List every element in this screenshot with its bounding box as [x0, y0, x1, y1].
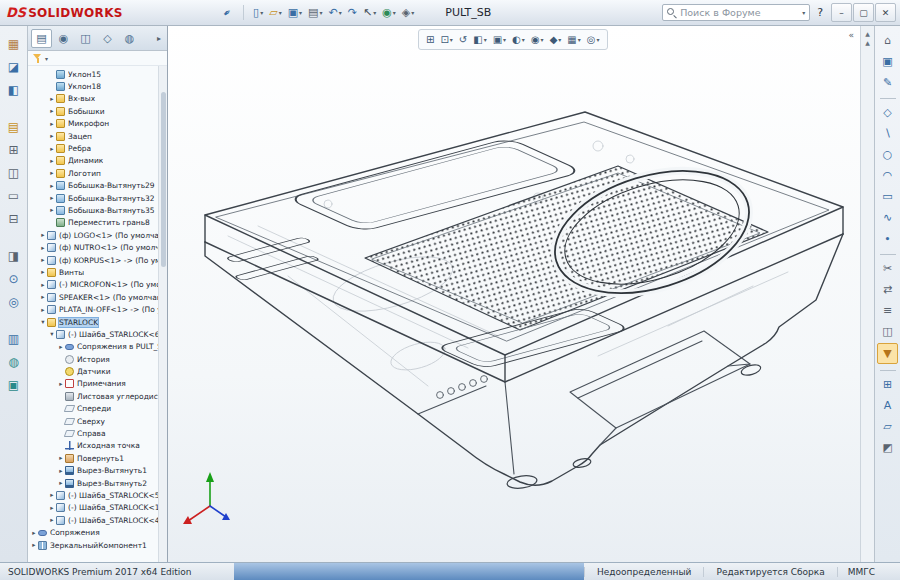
- view-settings-button[interactable]: ◎ ▾: [585, 34, 602, 46]
- chevron-down-icon[interactable]: ▾: [45, 55, 48, 62]
- tree-item[interactable]: Спереди: [28, 403, 167, 415]
- expand-arrow-icon[interactable]: ▸: [48, 491, 56, 499]
- minimize-button[interactable]: –: [831, 3, 852, 22]
- tree-item[interactable]: ▸ Бобышка-Вытянуть29: [28, 180, 167, 192]
- reference-geometry-button[interactable]: ⊟: [4, 209, 24, 229]
- chevron-down-icon[interactable]: ▾: [558, 36, 561, 43]
- exploded-view-button[interactable]: ⊙: [4, 269, 24, 289]
- collapse-pane-icon[interactable]: «: [844, 29, 858, 41]
- tree-scrollbar-thumb[interactable]: [161, 92, 166, 267]
- expand-arrow-icon[interactable]: ▸: [48, 182, 56, 190]
- component-pattern-button[interactable]: ▤: [4, 117, 24, 137]
- plane-button[interactable]: ▱: [878, 417, 897, 436]
- tree-item[interactable]: Справа: [28, 427, 167, 439]
- tree-scrollbar[interactable]: [158, 66, 167, 562]
- section-properties-button[interactable]: ▣: [4, 375, 24, 395]
- undo-button[interactable]: ↶ ▾: [326, 5, 345, 20]
- expand-arrow-icon[interactable]: ▸: [48, 206, 56, 214]
- filter-funnel-icon[interactable]: [33, 54, 42, 63]
- expand-arrow-icon[interactable]: ▸: [48, 157, 56, 165]
- tree-item[interactable]: ▸ (-) Шайба_STARLOCK<5> (По: [28, 489, 167, 501]
- menu-item[interactable]: [157, 10, 169, 16]
- expand-arrow-icon[interactable]: ▸: [39, 293, 47, 301]
- selection-filter-button[interactable]: ▼: [877, 343, 898, 364]
- expand-arrow-icon[interactable]: ▾: [48, 330, 56, 338]
- display-style-button[interactable]: ◐ ▾: [510, 34, 527, 46]
- save-button[interactable]: ▣ ▾: [285, 5, 305, 20]
- offset-entities-button[interactable]: ≡: [878, 301, 897, 320]
- assembly-features-button[interactable]: ▭: [4, 186, 24, 206]
- chevron-down-icon[interactable]: ▾: [279, 9, 282, 16]
- expand-arrow-icon[interactable]: ▸: [48, 504, 56, 512]
- new-document-button[interactable]: ▯ ▾: [250, 5, 266, 20]
- expand-arrow-icon[interactable]: ▸: [48, 516, 56, 524]
- display-delete-button[interactable]: ◩: [878, 438, 897, 457]
- menu-item[interactable]: [133, 10, 145, 16]
- bom-button[interactable]: ◨: [4, 246, 24, 266]
- edit-appearance-button[interactable]: ◆ ▾: [548, 34, 564, 46]
- tree-item[interactable]: ▸ Бобышка-Вытянуть32: [28, 192, 167, 204]
- tree-item[interactable]: ▸ Бобышки: [28, 105, 167, 117]
- expand-arrow-icon[interactable]: ▸: [48, 107, 56, 115]
- expand-arrow-icon[interactable]: ▸: [48, 194, 56, 202]
- expand-arrow-icon[interactable]: ▸: [39, 268, 47, 276]
- tree-item[interactable]: ▸ Винты: [28, 266, 167, 278]
- line-button[interactable]: ∖: [878, 124, 897, 143]
- expand-arrow-icon[interactable]: ▸: [30, 541, 38, 549]
- spline-button[interactable]: ∿: [878, 208, 897, 227]
- linear-pattern-button[interactable]: ⊞: [878, 375, 897, 394]
- chevron-down-icon[interactable]: ▾: [450, 36, 453, 43]
- home-view-button[interactable]: ⌂: [878, 31, 897, 50]
- view-cube-button[interactable]: ▣: [878, 52, 897, 71]
- show-hidden-button[interactable]: ◫: [4, 163, 24, 183]
- tree-item[interactable]: ▸ SPEAKER<1> (По умолчанию)<<: [28, 291, 167, 303]
- tree-item[interactable]: ▸ (ф) NUTRO<1> (По умолчанию<: [28, 241, 167, 253]
- tree-item[interactable]: Датчики: [28, 365, 167, 377]
- tab-featuremanager[interactable]: ▤: [31, 29, 52, 48]
- chevron-down-icon[interactable]: ▾: [541, 36, 544, 43]
- tab-configurationmanager[interactable]: ◫: [75, 29, 96, 48]
- open-document-button[interactable]: ▱ ▾: [266, 5, 284, 20]
- point-button[interactable]: ∙: [878, 229, 897, 248]
- sketch-button[interactable]: ✎: [878, 73, 897, 92]
- rectangle-button[interactable]: ▭: [878, 187, 897, 206]
- trim-entities-button[interactable]: ✂: [878, 259, 897, 278]
- chevron-down-icon[interactable]: ▾: [597, 36, 600, 43]
- units-label[interactable]: ММГС: [837, 567, 885, 577]
- chevron-down-icon[interactable]: ▾: [299, 9, 302, 16]
- tree-item[interactable]: ▸ Логотип: [28, 167, 167, 179]
- options-button[interactable]: ◈ ▾: [399, 5, 417, 20]
- tab-dimxpertmanager[interactable]: ◇: [97, 29, 118, 48]
- smart-dimension-button[interactable]: ◇: [878, 103, 897, 122]
- zoom-fit-button[interactable]: ⊞: [424, 34, 436, 46]
- maximize-button[interactable]: ▢: [853, 3, 874, 22]
- tree-item[interactable]: ▸ (-) MICROFON<1> (По умолчани: [28, 279, 167, 291]
- expand-arrow-icon[interactable]: ▸: [48, 120, 56, 128]
- tree-item[interactable]: Уклон15: [28, 68, 167, 80]
- assembly-tool-button[interactable]: ▦: [4, 34, 24, 54]
- expand-arrow-icon[interactable]: ▸: [39, 244, 47, 252]
- chevron-down-icon[interactable]: ▾: [484, 36, 487, 43]
- chevron-down-icon[interactable]: ▾: [339, 9, 342, 16]
- chevron-down-icon[interactable]: ▾: [411, 9, 414, 16]
- chevron-down-icon[interactable]: ▾: [522, 36, 525, 43]
- zoom-area-button[interactable]: ⊡ ▾: [438, 34, 454, 46]
- expand-arrow-icon[interactable]: ▸: [48, 132, 56, 140]
- section-view-button[interactable]: ◧ ▾: [471, 34, 488, 46]
- view-orientation-button[interactable]: ▣ ▾: [491, 34, 508, 46]
- expand-arrow-icon[interactable]: ▸: [39, 231, 47, 239]
- print-button[interactable]: ▤ ▾: [305, 5, 325, 20]
- tree-item[interactable]: ▸ Динамик: [28, 155, 167, 167]
- expand-arrow-icon[interactable]: ▸: [39, 306, 47, 314]
- convert-entities-button[interactable]: ⇄: [878, 280, 897, 299]
- tree-item[interactable]: Листовая углеродистая с: [28, 390, 167, 402]
- tree-item[interactable]: Переместить грань8: [28, 217, 167, 229]
- hide-show-items-button[interactable]: ◉ ▾: [529, 34, 546, 46]
- move-component-button[interactable]: ⊞: [4, 140, 24, 160]
- tree-item[interactable]: ▸ Ребра: [28, 142, 167, 154]
- tree-item[interactable]: История: [28, 353, 167, 365]
- more-tabs-icon[interactable]: ▸: [154, 34, 164, 43]
- expand-arrow-icon[interactable]: ▸: [48, 145, 56, 153]
- graphics-area[interactable]: ⊞ ⊡ ▾ ↺ ◧ ▾ ▣ ▾ ◐ ▾ ◉ ▾ ◆ ▾: [168, 26, 874, 562]
- tree-item[interactable]: ▸ Вх-вых: [28, 93, 167, 105]
